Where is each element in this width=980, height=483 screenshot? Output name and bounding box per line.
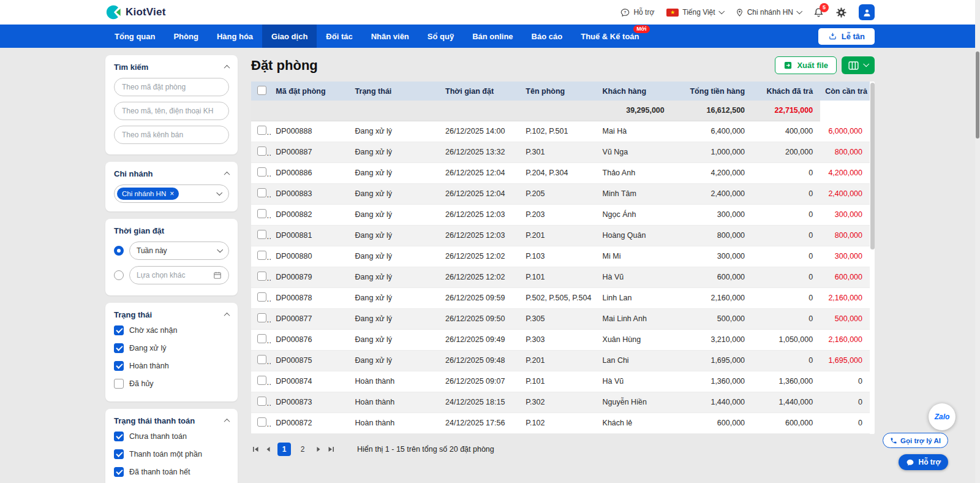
nav-tab[interactable]: Giao dịch	[262, 25, 317, 48]
export-file-button[interactable]: Xuất file	[775, 56, 837, 74]
time-preset-option[interactable]: Tuần này	[114, 242, 229, 260]
row-checkbox[interactable]	[257, 397, 266, 406]
column-header[interactable]: Mã đặt phòng	[271, 82, 350, 101]
settings-button[interactable]	[836, 7, 846, 18]
booking-row[interactable]: DP000883Đang xử lý26/12/2025 12:04P.205M…	[251, 183, 870, 204]
nav-tab[interactable]: Đối tác	[317, 25, 361, 48]
column-settings-button[interactable]	[842, 56, 875, 74]
column-header[interactable]: Khách hàng	[598, 82, 672, 101]
row-checkbox[interactable]	[257, 146, 266, 156]
row-checkbox[interactable]	[257, 334, 266, 343]
table-scrollbar-thumb[interactable]	[870, 83, 875, 249]
nav-tab[interactable]: Sổ quỹ	[418, 25, 463, 48]
checkbox-checked-icon[interactable]	[114, 325, 124, 335]
page-number-button[interactable]: 2	[296, 443, 309, 456]
page-number-button[interactable]: 1	[277, 443, 291, 456]
row-checkbox[interactable]	[257, 376, 266, 385]
checkbox-checked-icon[interactable]	[114, 449, 124, 459]
remove-tag-icon[interactable]: ×	[170, 190, 174, 197]
radio-unselected-icon[interactable]	[114, 270, 124, 280]
checkbox-checked-icon[interactable]	[114, 343, 124, 353]
booking-row[interactable]: DP000874Hoàn thành26/12/2025 09:07P.101H…	[251, 371, 870, 392]
time-card-header[interactable]: Thời gian đặt	[114, 226, 229, 235]
branch-selector[interactable]: Chi nhánh HN	[736, 8, 801, 17]
row-checkbox[interactable]	[257, 230, 266, 239]
filter-checkbox-option[interactable]: Chờ xác nhận	[114, 325, 229, 335]
booking-row[interactable]: DP000882Đang xử lý26/12/2025 12:03P.203N…	[251, 204, 870, 225]
nav-tab[interactable]: Thuế & Kế toánMới	[571, 25, 648, 48]
user-avatar[interactable]	[859, 4, 875, 20]
sale-channel-input[interactable]	[114, 126, 229, 144]
booking-row[interactable]: DP000875Đang xử lý26/12/2025 09:48P.201L…	[251, 350, 870, 371]
nav-tab[interactable]: Hàng hóa	[208, 25, 262, 48]
help-menu[interactable]: ? Hỗ trợ	[620, 8, 654, 17]
row-checkbox[interactable]	[257, 126, 266, 135]
booking-row[interactable]: DP000877Đang xử lý26/12/2025 09:50P.305M…	[251, 308, 870, 329]
booking-row[interactable]: DP000881Đang xử lý26/12/2025 12:03P.201H…	[251, 225, 870, 246]
filter-checkbox-option[interactable]: Hoàn thành	[114, 361, 229, 371]
booking-row[interactable]: DP000888Đang xử lý26/12/2025 14:00P.102,…	[251, 121, 870, 142]
branch-tag[interactable]: Chi nhánh HN ×	[117, 188, 179, 200]
language-selector[interactable]: ★ Tiếng Việt	[666, 8, 723, 17]
row-checkbox[interactable]	[257, 167, 266, 177]
customer-search-input[interactable]	[114, 102, 229, 120]
reception-button[interactable]: Lễ tân	[818, 28, 875, 45]
booking-row[interactable]: DP000886Đang xử lý26/12/2025 12:04P.204,…	[251, 162, 870, 183]
checkbox-checked-icon[interactable]	[114, 467, 124, 477]
column-header[interactable]: Khách đã trả	[752, 82, 820, 101]
nav-tab[interactable]: Bán online	[463, 25, 522, 48]
booking-code-input[interactable]	[114, 78, 229, 96]
filter-checkbox-option[interactable]: Đã thanh toán hết	[114, 467, 229, 477]
next-page-button[interactable]	[316, 446, 321, 452]
column-header[interactable]: Còn cần trả	[820, 82, 870, 101]
nav-tab[interactable]: Tổng quan	[105, 25, 164, 48]
booking-row[interactable]: DP000879Đang xử lý26/12/2025 12:02P.101H…	[251, 267, 870, 287]
nav-tab[interactable]: Phòng	[164, 25, 207, 48]
column-header[interactable]: Trạng thái	[350, 82, 440, 101]
status-card-header[interactable]: Trạng thái	[114, 310, 229, 319]
ai-assistant-button[interactable]: Gọi trợ lý AI	[883, 433, 948, 448]
search-card-header[interactable]: Tìm kiếm	[114, 63, 229, 72]
booking-row[interactable]: DP000873Hoàn thành24/12/2025 18:15P.302N…	[251, 392, 870, 413]
booking-row[interactable]: DP000878Đang xử lý26/12/2025 09:59P.502,…	[251, 287, 870, 308]
row-checkbox[interactable]	[257, 251, 266, 260]
nav-tab[interactable]: Nhân viên	[362, 25, 418, 48]
booking-row[interactable]: DP000872Hoàn thành24/12/2025 17:56P.102K…	[251, 413, 870, 433]
row-checkbox[interactable]	[257, 313, 266, 322]
row-checkbox[interactable]	[257, 272, 266, 281]
page-scrollbar-thumb[interactable]	[976, 51, 979, 139]
row-checkbox[interactable]	[257, 417, 266, 427]
filter-checkbox-option[interactable]: Chưa thanh toán	[114, 432, 229, 441]
filter-checkbox-option[interactable]: Đang xử lý	[114, 343, 229, 353]
branch-card-header[interactable]: Chi nhánh	[114, 169, 229, 178]
column-header[interactable]: Tổng tiền hàng	[672, 82, 752, 101]
column-header[interactable]: Tên phòng	[521, 82, 597, 101]
support-chat-button[interactable]: Hỗ trợ	[899, 454, 948, 470]
booking-row[interactable]: DP000876Đang xử lý26/12/2025 09:49P.303X…	[251, 329, 870, 350]
payment-card-header[interactable]: Trạng thái thanh toán	[114, 416, 229, 425]
checkbox-checked-icon[interactable]	[114, 432, 124, 441]
row-checkbox[interactable]	[257, 209, 266, 218]
previous-page-button[interactable]	[266, 446, 271, 452]
booking-row[interactable]: DP000880Đang xử lý26/12/2025 12:02P.103M…	[251, 246, 870, 267]
row-checkbox[interactable]	[257, 292, 266, 302]
radio-selected-icon[interactable]	[114, 246, 124, 256]
filter-checkbox-option[interactable]: Đã hủy	[114, 379, 229, 389]
last-page-button[interactable]	[328, 446, 334, 452]
select-all-checkbox[interactable]	[257, 86, 266, 95]
page-scrollbar[interactable]	[975, 0, 980, 483]
booking-row[interactable]: DP000887Đang xử lý26/12/2025 13:32P.301V…	[251, 142, 870, 162]
checkbox-checked-icon[interactable]	[114, 361, 124, 371]
checkbox-unchecked-icon[interactable]	[114, 379, 124, 389]
time-preset-select[interactable]: Tuần này	[129, 242, 229, 260]
filter-checkbox-option[interactable]: Thanh toán một phần	[114, 449, 229, 459]
nav-tab[interactable]: Báo cáo	[522, 25, 572, 48]
brand-logo[interactable]: KiotViet	[105, 4, 166, 20]
row-checkbox[interactable]	[257, 355, 266, 364]
zalo-chat-button[interactable]: Zalo	[929, 403, 956, 430]
notifications-button[interactable]: 5	[813, 7, 824, 18]
time-custom-option[interactable]: Lựa chọn khác	[114, 266, 229, 284]
branch-select[interactable]: Chi nhánh HN ×	[114, 184, 229, 203]
time-custom-input[interactable]: Lựa chọn khác	[129, 266, 229, 284]
first-page-button[interactable]	[252, 446, 259, 452]
